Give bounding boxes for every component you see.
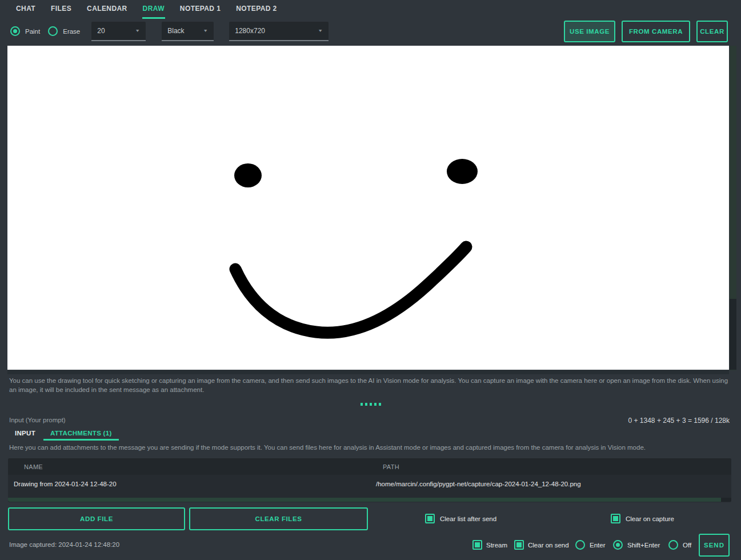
enter-radio-label: Enter	[590, 542, 606, 549]
off-radio[interactable]	[668, 540, 678, 550]
enter-radio[interactable]	[575, 540, 585, 550]
input-tab-bar: INPUT ATTACHMENTS (1)	[9, 427, 119, 441]
tab-files[interactable]: FILES	[50, 0, 72, 19]
tab-attachments[interactable]: ATTACHMENTS (1)	[43, 427, 119, 441]
use-image-button[interactable]: USE IMAGE	[564, 21, 615, 42]
attachments-table-header: NAME PATH	[8, 458, 731, 475]
clear-files-button[interactable]: CLEAR FILES	[189, 507, 368, 530]
tab-input[interactable]: INPUT	[9, 427, 41, 441]
off-radio-label: Off	[683, 542, 691, 549]
send-button[interactable]: SEND	[699, 534, 730, 557]
clear-canvas-button[interactable]: CLEAR	[696, 21, 728, 42]
clear-list-after-send-checkbox[interactable]	[425, 514, 435, 523]
clear-on-capture-label: Clear on capture	[626, 515, 674, 522]
paint-radio[interactable]	[10, 26, 20, 36]
draw-toolbar: Paint Erase 20 ▼ Black ▼ 1280x720 ▼ USE …	[0, 19, 741, 43]
tab-notepad-2[interactable]: NOTEPAD 2	[235, 0, 277, 19]
dropdown-arrow-icon: ▼	[203, 29, 208, 33]
attachment-path: /home/marcin/.config/pygpt-net/capture/c…	[376, 481, 731, 487]
clear-on-send-checkbox[interactable]	[514, 540, 524, 550]
brush-color-value: Black	[167, 27, 184, 35]
attachment-row[interactable]: Drawing from 2024-01-24 12-48-20 /home/m…	[8, 475, 731, 493]
brush-color-select[interactable]: Black ▼	[162, 22, 214, 41]
stream-label: Stream	[486, 542, 507, 549]
canvas-help-text: You can use the drawing tool for quick s…	[9, 377, 730, 394]
status-text: Image captured: 2024-01-24 12:48:20	[9, 541, 119, 548]
attachments-table: NAME PATH Drawing from 2024-01-24 12-48-…	[8, 458, 731, 502]
splitter-handle[interactable]	[0, 403, 741, 406]
canvas-size-select[interactable]: 1280x720 ▼	[229, 22, 329, 41]
table-horizontal-scrollbar[interactable]	[8, 498, 731, 502]
shift-enter-radio[interactable]	[613, 540, 623, 550]
drawing-canvas[interactable]	[7, 46, 729, 370]
tab-calendar[interactable]: CALENDAR	[86, 0, 128, 19]
footer-bar: Image captured: 2024-01-24 12:48:20 Stre…	[0, 534, 741, 557]
dropdown-arrow-icon: ▼	[135, 29, 140, 33]
attachments-help-text: Here you can add attachments to the mess…	[9, 444, 731, 451]
brush-size-value: 20	[97, 27, 105, 35]
table-header-name[interactable]: NAME	[8, 463, 376, 470]
brush-size-select[interactable]: 20 ▼	[91, 22, 146, 41]
erase-radio[interactable]	[48, 26, 58, 36]
attachment-actions: ADD FILE CLEAR FILES Clear list after se…	[0, 507, 741, 530]
paint-radio-label: Paint	[25, 28, 40, 35]
canvas-horizontal-scrollbar[interactable]	[7, 370, 729, 374]
erase-radio-label: Erase	[63, 28, 80, 35]
stream-checkbox[interactable]	[472, 540, 482, 550]
token-counter: 0 + 1348 + 245 + 3 = 1596 / 128k	[628, 417, 730, 425]
tab-draw[interactable]: DRAW	[142, 0, 165, 19]
add-file-button[interactable]: ADD FILE	[8, 507, 185, 530]
main-tab-bar: CHAT FILES CALENDAR DRAW NOTEPAD 1 NOTEP…	[0, 0, 741, 19]
tab-notepad-1[interactable]: NOTEPAD 1	[179, 0, 221, 19]
clear-list-after-send-label: Clear list after send	[440, 515, 496, 522]
clear-on-capture-checkbox[interactable]	[611, 514, 620, 523]
canvas-vertical-scrollbar[interactable]	[730, 46, 736, 370]
from-camera-button[interactable]: FROM CAMERA	[622, 21, 690, 42]
table-header-path[interactable]: PATH	[376, 463, 731, 470]
tab-chat[interactable]: CHAT	[15, 0, 36, 19]
canvas-size-value: 1280x720	[235, 27, 265, 35]
dropdown-arrow-icon: ▼	[318, 29, 323, 33]
input-prompt-label: Input (Your prompt)	[9, 417, 66, 423]
clear-on-send-label: Clear on send	[528, 542, 569, 549]
shift-enter-radio-label: Shift+Enter	[627, 542, 660, 549]
smiley-drawing	[7, 46, 729, 370]
attachment-name: Drawing from 2024-01-24 12-48-20	[8, 481, 376, 487]
pygpt-draw-window: CHAT FILES CALENDAR DRAW NOTEPAD 1 NOTEP…	[0, 0, 741, 560]
